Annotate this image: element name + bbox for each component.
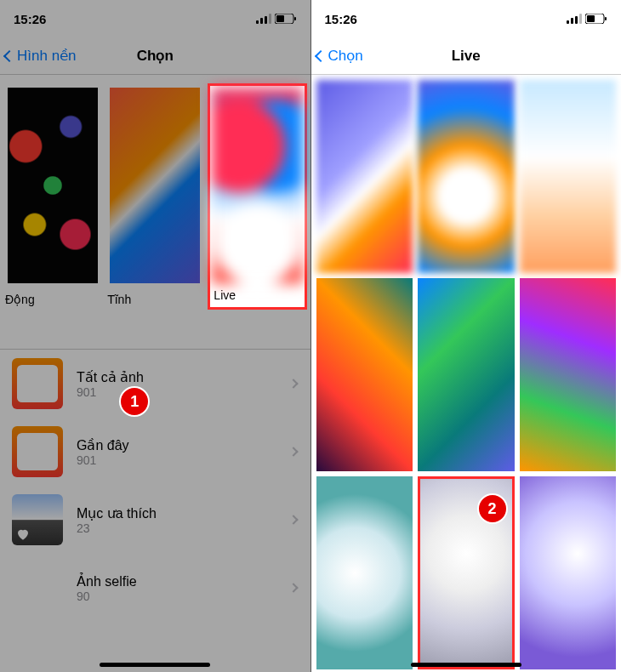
wallpaper-item[interactable] (316, 278, 413, 471)
wallpaper-item-selected[interactable]: 2 (418, 476, 515, 669)
wallpaper-item[interactable] (316, 476, 413, 669)
svg-rect-5 (276, 15, 284, 22)
album-title: Ảnh selfie (77, 573, 276, 589)
screen-live: 15:26 Chọn Live 2 (311, 0, 622, 672)
status-time: 15:26 (325, 12, 357, 26)
album-count: 90 (77, 589, 276, 603)
signal-icon (256, 14, 271, 24)
wallpaper-grid: 2 (311, 75, 622, 672)
nav-title: Live (452, 48, 481, 65)
signal-icon (567, 14, 582, 24)
home-indicator[interactable] (411, 663, 521, 667)
chevron-right-icon (288, 515, 298, 524)
category-live[interactable]: Live (206, 82, 308, 342)
wallpaper-item[interactable] (520, 80, 617, 273)
status-indicators (256, 14, 297, 24)
wallpaper-categories: Động Tĩnh 1 Live (0, 75, 310, 349)
svg-rect-9 (575, 16, 578, 24)
chevron-right-icon (288, 379, 298, 388)
album-thumb (12, 358, 63, 409)
nav-back-label: Chọn (328, 47, 363, 65)
album-favorites[interactable]: Mục ưa thích 23 (0, 486, 310, 554)
album-count: 901 (77, 453, 276, 467)
category-label: Live (212, 283, 302, 305)
svg-rect-10 (579, 14, 582, 24)
svg-rect-0 (256, 20, 259, 24)
wallpaper-item[interactable] (520, 476, 617, 669)
svg-rect-6 (294, 17, 296, 20)
home-indicator[interactable] (100, 663, 210, 667)
nav-back-label: Hình nền (17, 47, 77, 65)
wallpaper-item[interactable] (316, 80, 413, 273)
battery-icon (275, 14, 297, 24)
album-count: 901 (77, 385, 276, 399)
step-badge-2: 2 (477, 493, 508, 524)
album-count: 23 (77, 521, 276, 535)
category-thumb (8, 88, 98, 283)
nav-back-button[interactable]: Chọn (316, 47, 363, 65)
album-all-photos[interactable]: Tất cả ảnh 901 (0, 350, 310, 418)
category-thumb (212, 88, 302, 283)
svg-rect-3 (269, 14, 271, 24)
chevron-right-icon (288, 447, 298, 456)
content: Động Tĩnh 1 Live Tất cả ảnh 901 (0, 75, 310, 672)
album-title: Gần đây (77, 437, 276, 453)
svg-rect-13 (605, 17, 607, 20)
album-selfies[interactable]: Ảnh selfie 90 (0, 554, 310, 622)
svg-rect-2 (265, 16, 267, 24)
album-thumb (12, 494, 63, 545)
nav-bar: Hình nền Chọn (0, 37, 310, 75)
wallpaper-item[interactable] (418, 278, 515, 471)
status-time: 15:26 (14, 12, 46, 26)
chevron-left-icon (3, 49, 15, 61)
category-label: Tĩnh (105, 288, 204, 310)
category-tinh[interactable]: Tĩnh 1 (104, 82, 206, 342)
album-title: Mục ưa thích (77, 505, 276, 521)
step-badge-1: 1 (119, 386, 150, 417)
battery-icon (585, 14, 607, 24)
status-indicators (567, 14, 607, 24)
wallpaper-item[interactable] (520, 278, 617, 471)
svg-rect-1 (260, 18, 263, 24)
category-thumb (110, 88, 200, 283)
category-label: Động (3, 288, 102, 310)
svg-rect-8 (571, 18, 573, 24)
album-recents[interactable]: Gần đây 901 (0, 418, 310, 486)
nav-back-button[interactable]: Hình nền (5, 47, 77, 65)
svg-rect-12 (587, 15, 595, 22)
nav-bar: Chọn Live (311, 37, 622, 75)
status-bar: 15:26 (0, 0, 310, 37)
status-bar: 15:26 (311, 0, 622, 37)
category-dong[interactable]: Động (2, 82, 104, 342)
chevron-right-icon (288, 583, 298, 592)
nav-title: Chọn (137, 47, 174, 65)
chevron-left-icon (314, 49, 326, 61)
wallpaper-item[interactable] (418, 80, 515, 273)
album-thumb (12, 426, 63, 477)
screen-choose: 15:26 Hình nền Chọn Động Tĩnh 1 Live (0, 0, 310, 672)
album-title: Tất cả ảnh (77, 369, 276, 385)
album-list: Tất cả ảnh 901 Gần đây 901 Mục ưa thích (0, 349, 310, 622)
heart-icon (15, 527, 31, 542)
svg-rect-7 (567, 20, 569, 24)
